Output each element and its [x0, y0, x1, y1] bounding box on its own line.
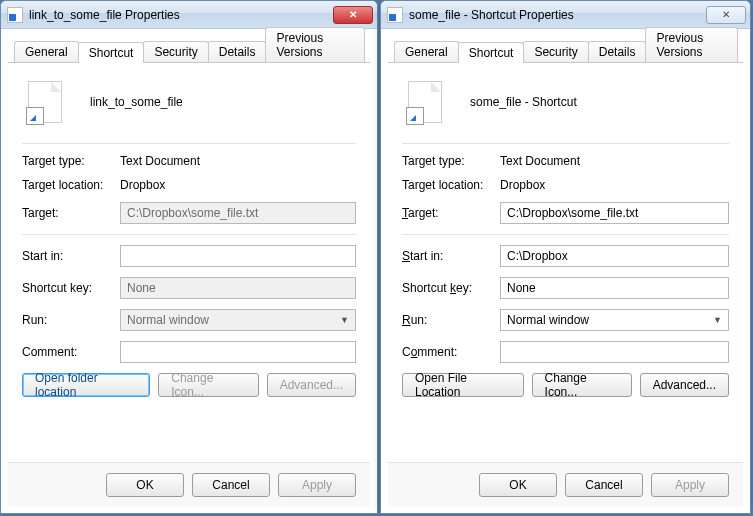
shortcut-key-label: Shortcut key:: [402, 281, 500, 295]
target-type-label: Target type:: [22, 154, 120, 168]
shortcut-key-label: Shortcut key:: [22, 281, 120, 295]
separator: [402, 234, 729, 235]
tab-shortcut[interactable]: Shortcut: [78, 42, 145, 63]
tab-security[interactable]: Security: [143, 41, 208, 62]
comment-input[interactable]: [500, 341, 729, 363]
window-title: some_file - Shortcut Properties: [409, 8, 704, 22]
shortcut-name-label: link_to_some_file: [90, 95, 183, 109]
shortcut-name-label: some_file - Shortcut: [470, 95, 577, 109]
shortcut-file-icon: [7, 7, 23, 23]
start-in-input[interactable]: [500, 245, 729, 267]
client-area: General Shortcut Security Details Previo…: [8, 33, 370, 506]
run-combo-value: Normal window: [507, 313, 589, 327]
tab-details[interactable]: Details: [208, 41, 267, 62]
tab-general[interactable]: General: [394, 41, 459, 62]
start-in-label: Start in:: [22, 249, 120, 263]
titlebar[interactable]: link_to_some_file Properties ✕: [1, 1, 377, 29]
chevron-down-icon: ▼: [713, 315, 722, 325]
separator: [22, 234, 356, 235]
open-file-location-button[interactable]: Open File Location: [402, 373, 524, 397]
target-type-value: Text Document: [500, 154, 580, 168]
ok-button[interactable]: OK: [479, 473, 557, 497]
change-icon-button[interactable]: Change Icon...: [158, 373, 258, 397]
advanced-button[interactable]: Advanced...: [640, 373, 729, 397]
close-button[interactable]: ✕: [706, 6, 746, 24]
tab-general[interactable]: General: [14, 41, 79, 62]
advanced-button[interactable]: Advanced...: [267, 373, 356, 397]
comment-input[interactable]: [120, 341, 356, 363]
run-label: Run:: [22, 313, 120, 327]
tab-panel-shortcut: some_file - Shortcut Target type: Text D…: [388, 63, 743, 409]
properties-window-left: link_to_some_file Properties ✕ General S…: [0, 0, 378, 514]
cancel-button[interactable]: Cancel: [565, 473, 643, 497]
target-location-value: Dropbox: [500, 178, 545, 192]
target-label: Target:: [22, 206, 120, 220]
window-title: link_to_some_file Properties: [29, 8, 331, 22]
shortcut-large-icon: [408, 81, 442, 123]
target-label: Target:: [402, 206, 500, 220]
target-type-label: Target type:: [402, 154, 500, 168]
client-area: General Shortcut Security Details Previo…: [388, 33, 743, 506]
close-button[interactable]: ✕: [333, 6, 373, 24]
tabstrip: General Shortcut Security Details Previo…: [8, 33, 370, 63]
ok-button[interactable]: OK: [106, 473, 184, 497]
shortcut-key-input[interactable]: [500, 277, 729, 299]
dialog-footer: OK Cancel Apply: [8, 462, 370, 506]
start-in-label: Start in:: [402, 249, 500, 263]
shortcut-key-input[interactable]: [120, 277, 356, 299]
tab-details[interactable]: Details: [588, 41, 647, 62]
comment-label: Comment:: [22, 345, 120, 359]
apply-button[interactable]: Apply: [278, 473, 356, 497]
run-label: Run:: [402, 313, 500, 327]
target-input[interactable]: [120, 202, 356, 224]
shortcut-large-icon: [28, 81, 62, 123]
chevron-down-icon: ▼: [340, 315, 349, 325]
target-location-label: Target location:: [22, 178, 120, 192]
comment-label: Comment:: [402, 345, 500, 359]
tab-panel-shortcut: link_to_some_file Target type: Text Docu…: [8, 63, 370, 409]
properties-window-right: some_file - Shortcut Properties ✕ Genera…: [380, 0, 751, 514]
separator: [22, 143, 356, 144]
apply-button[interactable]: Apply: [651, 473, 729, 497]
run-combo[interactable]: Normal window ▼: [120, 309, 356, 331]
shortcut-file-icon: [387, 7, 403, 23]
change-icon-button[interactable]: Change Icon...: [532, 373, 632, 397]
tab-previous-versions[interactable]: Previous Versions: [645, 27, 738, 62]
cancel-button[interactable]: Cancel: [192, 473, 270, 497]
dialog-footer: OK Cancel Apply: [388, 462, 743, 506]
tab-previous-versions[interactable]: Previous Versions: [265, 27, 365, 62]
run-combo-value: Normal window: [127, 313, 209, 327]
start-in-input[interactable]: [120, 245, 356, 267]
target-location-value: Dropbox: [120, 178, 165, 192]
titlebar[interactable]: some_file - Shortcut Properties ✕: [381, 1, 750, 29]
tab-shortcut[interactable]: Shortcut: [458, 42, 525, 63]
target-type-value: Text Document: [120, 154, 200, 168]
target-location-label: Target location:: [402, 178, 500, 192]
run-combo[interactable]: Normal window ▼: [500, 309, 729, 331]
separator: [402, 143, 729, 144]
tabstrip: General Shortcut Security Details Previo…: [388, 33, 743, 63]
tab-security[interactable]: Security: [523, 41, 588, 62]
open-folder-location-button[interactable]: Open folder location: [22, 373, 150, 397]
target-input[interactable]: [500, 202, 729, 224]
